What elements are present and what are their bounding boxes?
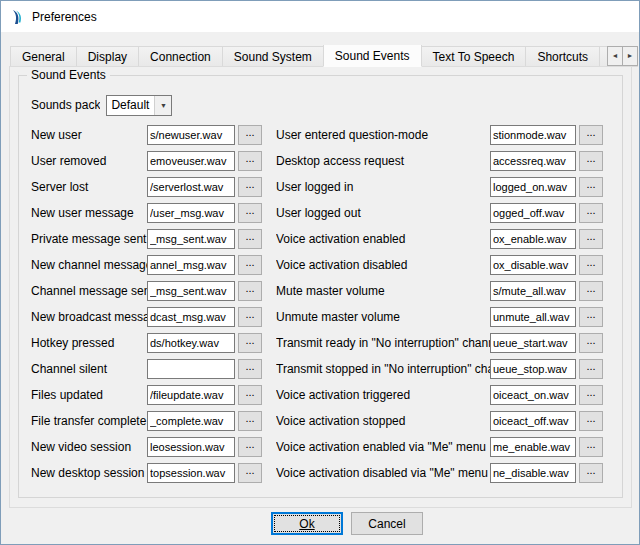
tab-scroll-right-icon[interactable]: ► xyxy=(622,46,638,66)
event-label-left: Channel message sent xyxy=(31,284,147,298)
browse-button-left[interactable]: ... xyxy=(238,151,262,171)
tab-general[interactable]: General xyxy=(10,46,77,67)
sound-file-input-right[interactable] xyxy=(490,281,576,301)
browse-button-left[interactable]: ... xyxy=(238,437,262,457)
sound-file-input-left[interactable] xyxy=(147,437,235,457)
browse-button-right[interactable]: ... xyxy=(579,333,603,353)
sound-file-input-right[interactable] xyxy=(490,125,576,145)
event-label-left: Channel silent xyxy=(31,362,147,376)
ok-button[interactable]: Ok xyxy=(271,512,343,535)
sound-event-row: Channel silent ... Transmit stopped in "… xyxy=(31,356,614,382)
sound-file-input-right[interactable] xyxy=(490,463,576,483)
sound-file-input-right[interactable] xyxy=(490,229,576,249)
browse-button-right[interactable]: ... xyxy=(579,307,603,327)
sounds-pack-value: Default xyxy=(111,98,149,112)
event-label-left: Files updated xyxy=(31,388,147,402)
browse-button-right[interactable]: ... xyxy=(579,463,603,483)
sound-file-input-right[interactable] xyxy=(490,203,576,223)
sound-event-rows: New user ... User entered question-mode … xyxy=(31,122,614,486)
sound-file-input-left[interactable] xyxy=(147,333,235,353)
sound-file-input-right[interactable] xyxy=(490,437,576,457)
sound-file-input-left[interactable] xyxy=(147,255,235,275)
window-title: Preferences xyxy=(32,10,97,24)
browse-button-right[interactable]: ... xyxy=(579,411,603,431)
sound-event-row: New user message ... User logged out ... xyxy=(31,200,614,226)
event-label-right: Voice activation enabled xyxy=(276,232,490,246)
sound-file-input-right[interactable] xyxy=(490,255,576,275)
event-label-left: New desktop session xyxy=(31,466,147,480)
browse-button-right[interactable]: ... xyxy=(579,437,603,457)
tab-sound-system[interactable]: Sound System xyxy=(222,46,324,67)
sound-file-input-left[interactable] xyxy=(147,125,235,145)
sound-file-input-left[interactable] xyxy=(147,307,235,327)
event-label-left: Private message sent xyxy=(31,232,147,246)
tab-text-to-speech[interactable]: Text To Speech xyxy=(421,46,527,67)
event-label-left: File transfer complete xyxy=(31,414,147,428)
sound-file-input-left[interactable] xyxy=(147,229,235,249)
browse-button-left[interactable]: ... xyxy=(238,281,262,301)
browse-button-left[interactable]: ... xyxy=(238,333,262,353)
sounds-pack-label: Sounds pack xyxy=(31,98,100,112)
event-label-left: New video session xyxy=(31,440,147,454)
browse-button-left[interactable]: ... xyxy=(238,411,262,431)
sound-file-input-left[interactable] xyxy=(147,281,235,301)
browse-button-right[interactable]: ... xyxy=(579,151,603,171)
event-label-right: Voice activation triggered xyxy=(276,388,490,402)
event-label-right: User entered question-mode xyxy=(276,128,490,142)
tab-shortcuts[interactable]: Shortcuts xyxy=(525,46,600,67)
sound-file-input-left[interactable] xyxy=(147,177,235,197)
browse-button-right[interactable]: ... xyxy=(579,125,603,145)
browse-button-left[interactable]: ... xyxy=(238,177,262,197)
sound-file-input-right[interactable] xyxy=(490,151,576,171)
cancel-button[interactable]: Cancel xyxy=(351,512,423,535)
sound-event-row: File transfer complete ... Voice activat… xyxy=(31,408,614,434)
event-label-right: Desktop access request xyxy=(276,154,490,168)
browse-button-right[interactable]: ... xyxy=(579,229,603,249)
browse-button-left[interactable]: ... xyxy=(238,359,262,379)
browse-button-right[interactable]: ... xyxy=(579,385,603,405)
sound-file-input-left[interactable] xyxy=(147,359,235,379)
tab-scroll-left-icon[interactable]: ◄ xyxy=(607,46,623,66)
sound-file-input-left[interactable] xyxy=(147,203,235,223)
sound-file-input-left[interactable] xyxy=(147,385,235,405)
sound-file-input-left[interactable] xyxy=(147,151,235,171)
event-label-right: Voice activation stopped xyxy=(276,414,490,428)
tab-scroll-control: ◄ ► xyxy=(607,46,638,66)
app-icon xyxy=(9,9,25,25)
browse-button-left[interactable]: ... xyxy=(238,255,262,275)
sound-file-input-right[interactable] xyxy=(490,411,576,431)
browse-button-left[interactable]: ... xyxy=(238,385,262,405)
sound-event-row: New user ... User entered question-mode … xyxy=(31,122,614,148)
browse-button-right[interactable]: ... xyxy=(579,203,603,223)
sound-file-input-left[interactable] xyxy=(147,463,235,483)
browse-button-left[interactable]: ... xyxy=(238,307,262,327)
browse-button-right[interactable]: ... xyxy=(579,359,603,379)
event-label-right: Transmit ready in "No interruption" chan… xyxy=(276,336,490,350)
browse-button-right[interactable]: ... xyxy=(579,281,603,301)
sound-event-row: New channel message ... Voice activation… xyxy=(31,252,614,278)
browse-button-left[interactable]: ... xyxy=(238,463,262,483)
browse-button-right[interactable]: ... xyxy=(579,255,603,275)
event-label-right: User logged in xyxy=(276,180,490,194)
event-label-right: Unmute master volume xyxy=(276,310,490,324)
sound-file-input-right[interactable] xyxy=(490,307,576,327)
sound-file-input-right[interactable] xyxy=(490,385,576,405)
browse-button-left[interactable]: ... xyxy=(238,203,262,223)
sounds-pack-select[interactable]: Default ▼ xyxy=(106,95,172,116)
browse-button-left[interactable]: ... xyxy=(238,229,262,249)
sound-file-input-left[interactable] xyxy=(147,411,235,431)
event-label-left: Server lost xyxy=(31,180,147,194)
sound-event-row: Hotkey pressed ... Transmit ready in "No… xyxy=(31,330,614,356)
browse-button-right[interactable]: ... xyxy=(579,177,603,197)
sound-file-input-right[interactable] xyxy=(490,177,576,197)
sound-event-row: Private message sent ... Voice activatio… xyxy=(31,226,614,252)
event-label-right: Transmit stopped in "No interruption" ch… xyxy=(276,362,490,376)
event-label-left: Hotkey pressed xyxy=(31,336,147,350)
sound-file-input-right[interactable] xyxy=(490,359,576,379)
tab-connection[interactable]: Connection xyxy=(138,46,223,67)
browse-button-left[interactable]: ... xyxy=(238,125,262,145)
tab-display[interactable]: Display xyxy=(76,46,139,67)
tab-sound-events[interactable]: Sound Events xyxy=(323,45,422,67)
sound-file-input-right[interactable] xyxy=(490,333,576,353)
sound-event-row: New video session ... Voice activation e… xyxy=(31,434,614,460)
